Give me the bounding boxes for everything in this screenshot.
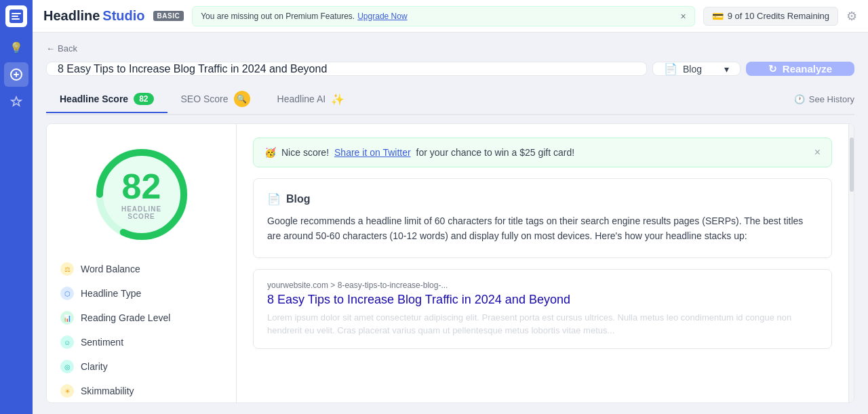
logo-headline: Headline <box>43 8 100 24</box>
score-panel: 82 HEADLINESCORE ⚖ Word Balance ⬡ Headli… <box>47 124 237 402</box>
main-content: HeadlineStudio BASIC You are missing out… <box>33 0 868 414</box>
type-selector[interactable]: 📄 Blog ▾ <box>652 62 741 76</box>
clarity-icon: ◎ <box>60 360 74 373</box>
tab-headline-ai[interactable]: Headline AI ✨ <box>264 86 359 114</box>
serp-description: Lorem ipsum dolor sit amet consectetur a… <box>267 311 818 337</box>
chevron-down-icon: ▾ <box>724 64 729 75</box>
sidebar-icon-bulb[interactable]: 💡 <box>4 35 28 60</box>
blog-doc-icon: 📄 <box>267 192 281 205</box>
party-emoji: 🥳 <box>264 147 276 158</box>
back-label: Back <box>58 43 77 54</box>
nice-score-text: Nice score! <box>281 147 329 158</box>
seo-search-icon: 🔍 <box>234 91 250 107</box>
back-link[interactable]: ← Back <box>46 43 77 54</box>
app-logo: HeadlineStudio <box>43 8 145 24</box>
reanalyze-label: Reanalyze <box>783 63 832 75</box>
tab-headline-ai-label: Headline AI <box>277 94 326 104</box>
tab-seo-score[interactable]: SEO Score 🔍 <box>167 84 264 115</box>
metric-word-balance[interactable]: ⚖ Word Balance <box>60 262 222 276</box>
circle-score: 82 HEADLINESCORE <box>87 140 196 249</box>
sidebar: 💡 <box>0 0 33 414</box>
tab-headline-score[interactable]: Headline Score 82 <box>46 86 167 113</box>
credits-text: 9 of 10 Credits Remaining <box>728 11 829 21</box>
metric-reading-grade-level[interactable]: 📊 Reading Grade Level <box>60 311 222 325</box>
content-panel: 🥳 Nice score! Share it on Twitter for yo… <box>237 124 848 402</box>
serp-preview: yourwebsite.com > 8-easy-tips-to-increas… <box>253 269 832 349</box>
basic-badge: BASIC <box>153 11 184 21</box>
skimmability-icon: ☀ <box>60 384 74 398</box>
word-balance-icon: ⚖ <box>60 262 74 276</box>
headline-row: 📄 Blog ▾ ↻ Reanalyze <box>46 62 854 76</box>
upgrade-banner: You are missing out on Premium Features.… <box>192 6 694 26</box>
scrollbar-thumb[interactable] <box>850 138 854 192</box>
skimmability-label: Skimmability <box>81 386 134 396</box>
sidebar-icon-analysis[interactable] <box>4 62 28 87</box>
headline-input-wrapper <box>46 62 647 76</box>
upgrade-close-icon[interactable]: × <box>681 11 686 22</box>
history-icon: 🕐 <box>794 94 805 104</box>
blog-description: Google recommends a headline limit of 60… <box>267 213 818 244</box>
tab-seo-score-label: SEO Score <box>181 94 229 104</box>
doc-icon: 📄 <box>664 62 677 75</box>
credits-badge: 💳 9 of 10 Credits Remaining <box>703 7 838 26</box>
serp-title[interactable]: 8 Easy Tips to Increase Blog Traffic in … <box>267 293 818 307</box>
blog-card-header: 📄 Blog <box>267 192 818 205</box>
circle-inner: 82 HEADLINESCORE <box>121 169 161 220</box>
clarity-label: Clarity <box>81 361 108 372</box>
reading-grade-level-icon: 📊 <box>60 311 74 325</box>
tab-headline-score-badge: 82 <box>134 93 153 105</box>
credits-icon: 💳 <box>712 11 724 22</box>
see-history-button[interactable]: 🕐 See History <box>794 89 854 110</box>
main-panel: 82 HEADLINESCORE ⚖ Word Balance ⬡ Headli… <box>46 123 854 403</box>
banner-close-icon[interactable]: × <box>814 146 821 159</box>
topbar: HeadlineStudio BASIC You are missing out… <box>33 0 868 33</box>
svg-rect-2 <box>12 16 18 17</box>
twitter-share-link[interactable]: Share it on Twitter <box>334 147 411 158</box>
upgrade-text: You are missing out on Premium Features. <box>201 12 355 21</box>
see-history-label: See History <box>809 94 854 104</box>
upgrade-link[interactable]: Upgrade Now <box>357 12 407 21</box>
type-label: Blog <box>683 64 702 75</box>
gift-card-text: for your chance to win a $25 gift card! <box>416 147 574 158</box>
refresh-icon: ↻ <box>768 63 777 75</box>
headline-input[interactable] <box>58 63 635 75</box>
sidebar-icon-star[interactable] <box>4 89 28 114</box>
sentiment-icon: ☺ <box>60 335 74 349</box>
score-number: 82 <box>121 169 161 204</box>
metrics-list: ⚖ Word Balance ⬡ Headline Type 📊 Reading… <box>60 262 222 398</box>
score-label: HEADLINESCORE <box>121 205 161 220</box>
right-scrollbar <box>848 124 854 402</box>
blog-title: Blog <box>286 193 311 205</box>
settings-icon[interactable]: ⚙ <box>846 9 857 24</box>
tab-headline-score-label: Headline Score <box>60 94 128 104</box>
metric-sentiment[interactable]: ☺ Sentiment <box>60 335 222 349</box>
serp-url: yourwebsite.com > 8-easy-tips-to-increas… <box>267 281 818 290</box>
svg-rect-1 <box>12 13 21 14</box>
metric-skimmability[interactable]: ☀ Skimmability <box>60 384 222 398</box>
sidebar-logo <box>5 5 27 27</box>
word-balance-label: Word Balance <box>81 264 140 274</box>
nice-score-banner: 🥳 Nice score! Share it on Twitter for yo… <box>253 138 832 167</box>
reanalyze-button[interactable]: ↻ Reanalyze <box>746 62 854 76</box>
headline-type-icon: ⬡ <box>60 287 74 300</box>
metric-clarity[interactable]: ◎ Clarity <box>60 360 222 373</box>
sentiment-label: Sentiment <box>81 337 123 348</box>
headline-type-label: Headline Type <box>81 288 141 299</box>
logo-studio: Studio <box>102 8 144 24</box>
blog-card: 📄 Blog Google recommends a headline limi… <box>253 178 832 258</box>
back-arrow-icon: ← <box>46 43 55 54</box>
svg-rect-3 <box>12 18 20 20</box>
page-area: ← Back 📄 Blog ▾ ↻ Reanalyze Headline Sco… <box>33 33 868 414</box>
circle-score-container: 82 HEADLINESCORE <box>87 140 196 249</box>
metric-headline-type[interactable]: ⬡ Headline Type <box>60 287 222 300</box>
ai-sparkle-icon: ✨ <box>331 93 344 106</box>
reading-grade-level-label: Reading Grade Level <box>81 312 170 323</box>
tabs-row: Headline Score 82 SEO Score 🔍 Headline A… <box>46 84 854 115</box>
